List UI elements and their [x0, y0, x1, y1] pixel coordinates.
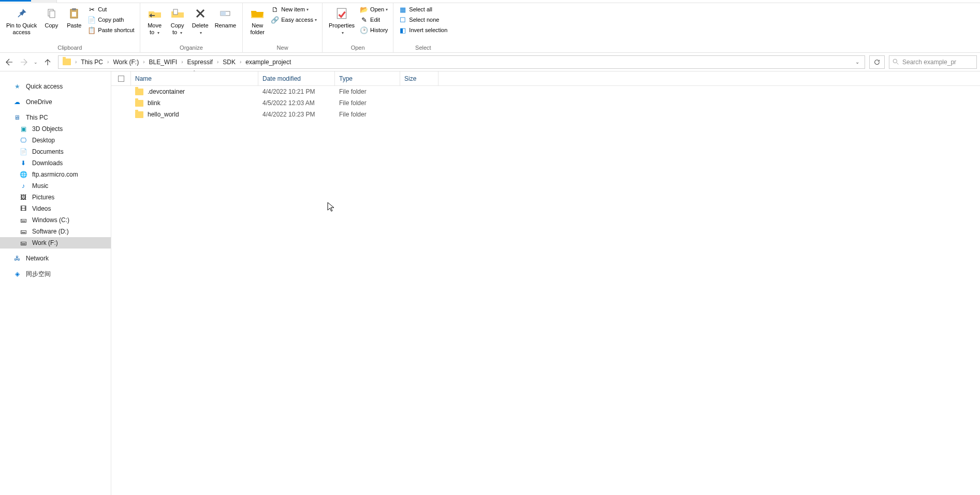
move-to-button[interactable]: Move to ▾ [143, 4, 166, 37]
sidebar-label: ftp.asrmicro.com [32, 171, 78, 178]
sidebar-item-this-pc[interactable]: 🖥 This PC [0, 112, 111, 123]
pin-to-quick-access-button[interactable]: Pin to Quick access [3, 4, 40, 37]
copy-icon [43, 5, 60, 22]
sidebar-item-desktop[interactable]: 🖵 Desktop [0, 135, 111, 146]
svg-rect-7 [221, 11, 226, 16]
documents-icon: 📄 [19, 147, 28, 156]
select-none-button[interactable]: ☐ Select none [397, 14, 449, 25]
column-size-label: Size [404, 75, 416, 82]
breadcrumb-item[interactable]: This PC [79, 59, 105, 66]
rename-icon [217, 5, 233, 22]
forward-button[interactable] [18, 56, 30, 68]
folder-icon [135, 100, 143, 107]
sidebar-item-sync[interactable]: ◈ 同步空间 [0, 268, 111, 280]
back-button[interactable] [3, 56, 16, 68]
copy-path-icon: 📄 [87, 16, 96, 24]
file-date-cell: 4/4/2022 10:23 PM [258, 111, 335, 118]
breadcrumb-item[interactable]: Espressif [185, 59, 215, 66]
copy-to-icon [169, 5, 186, 22]
breadcrumb-item[interactable]: example_project [243, 59, 293, 66]
column-size[interactable]: Size [400, 71, 438, 85]
history-icon: 🕑 [360, 26, 368, 34]
edit-label: Edit [370, 17, 380, 23]
file-name-cell[interactable]: .devcontainer [131, 88, 258, 95]
breadcrumb[interactable]: › This PC › Work (F:) › BLE_WIFI › Espre… [58, 55, 865, 69]
easy-access-button[interactable]: 🔗 Easy access ▾ [269, 14, 319, 25]
breadcrumb-item[interactable]: Work (F:) [111, 59, 141, 66]
sidebar-label: Windows (C:) [32, 216, 69, 224]
properties-button[interactable]: Properties▾ [326, 4, 358, 37]
select-all-checkbox[interactable] [118, 76, 124, 82]
up-button[interactable] [41, 56, 54, 68]
sidebar-item-quick-access[interactable]: ★ Quick access [0, 81, 111, 92]
breadcrumb-sep: › [238, 59, 243, 65]
computer-icon: 🖥 [12, 113, 22, 122]
tab-file-selected[interactable] [0, 0, 31, 2]
copy-path-label: Copy path [98, 17, 124, 23]
search-input[interactable]: Search example_pr [889, 55, 977, 69]
column-name-label: Name [135, 75, 152, 82]
select-all-icon: ▦ [399, 5, 407, 13]
ftp-icon: 🌐 [19, 170, 28, 179]
invert-selection-button[interactable]: ◧ Invert selection [397, 25, 449, 35]
delete-button[interactable]: Delete▾ [189, 4, 212, 37]
column-type[interactable]: Type [335, 71, 400, 85]
properties-icon [333, 5, 350, 22]
file-type-cell: File folder [335, 99, 400, 107]
cloud-icon: ☁ [12, 97, 22, 107]
sidebar-item-videos[interactable]: 🎞 Videos [0, 203, 111, 214]
sidebar-item-music[interactable]: ♪ Music [0, 180, 111, 192]
cut-button[interactable]: ✂ Cut [85, 4, 136, 14]
breadcrumb-sep: › [105, 59, 111, 65]
table-row[interactable]: blink4/5/2022 12:03 AMFile folder [111, 97, 980, 109]
copy-button[interactable]: Copy [40, 4, 63, 30]
sidebar-label: Downloads [32, 159, 63, 167]
sidebar-item-pictures[interactable]: 🖼 Pictures [0, 192, 111, 203]
sidebar-item-windows-c[interactable]: 🖴 Windows (C:) [0, 214, 111, 226]
sidebar-item-work-f[interactable]: 🖴 Work (F:) [0, 237, 111, 249]
edit-button[interactable]: ✎ Edit [358, 14, 390, 25]
new-folder-button[interactable]: New folder [246, 4, 269, 37]
sidebar-label: Network [26, 255, 49, 262]
copy-to-button[interactable]: Copy to ▾ [166, 4, 189, 37]
edit-icon: ✎ [360, 16, 368, 24]
sidebar-label: 3D Objects [32, 125, 63, 133]
column-date[interactable]: Date modified [258, 71, 335, 85]
table-row[interactable]: .devcontainer4/4/2022 10:21 PMFile folde… [111, 86, 980, 97]
new-item-button[interactable]: 🗋 New item ▾ [269, 4, 319, 14]
select-all-button[interactable]: ▦ Select all [397, 4, 449, 14]
paste-shortcut-button[interactable]: 📋 Paste shortcut [85, 25, 136, 35]
column-check[interactable] [111, 71, 131, 85]
sidebar-item-onedrive[interactable]: ☁ OneDrive [0, 96, 111, 108]
select-all-label: Select all [409, 6, 432, 12]
file-list-area: Name ˄ Date modified Type Size .devconta… [111, 71, 980, 495]
table-row[interactable]: hello_world4/4/2022 10:23 PMFile folder [111, 109, 980, 120]
invert-selection-label: Invert selection [409, 27, 447, 33]
recent-dropdown[interactable]: ⌄ [32, 56, 39, 68]
sidebar-item-software-d[interactable]: 🖴 Software (D:) [0, 226, 111, 237]
new-folder-icon [249, 5, 266, 22]
ribbon-group-new: New folder 🗋 New item ▾ 🔗 Easy access ▾ … [243, 3, 323, 53]
rename-button[interactable]: Rename [212, 4, 240, 30]
history-label: History [370, 27, 388, 33]
breadcrumb-item[interactable]: SDK [221, 59, 238, 66]
sidebar-item-ftp[interactable]: 🌐 ftp.asrmicro.com [0, 169, 111, 180]
file-name-cell[interactable]: hello_world [131, 111, 258, 118]
copy-path-button[interactable]: 📄 Copy path [85, 14, 136, 25]
paste-button[interactable]: Paste [63, 4, 85, 30]
file-date-cell: 4/5/2022 12:03 AM [258, 99, 335, 107]
sidebar-item-3d-objects[interactable]: ▣ 3D Objects [0, 123, 111, 135]
breadcrumb-dropdown[interactable]: ⌄ [852, 59, 862, 65]
history-button[interactable]: 🕑 History [358, 25, 390, 35]
folder-icon [135, 111, 143, 118]
paste-icon [66, 5, 82, 22]
file-name-cell[interactable]: blink [131, 99, 258, 107]
breadcrumb-sep: › [73, 59, 79, 65]
sidebar-item-documents[interactable]: 📄 Documents [0, 146, 111, 157]
open-button[interactable]: 📂 Open ▾ [358, 4, 390, 14]
column-name[interactable]: Name ˄ [131, 71, 258, 85]
sidebar-item-network[interactable]: 🖧 Network [0, 253, 111, 264]
breadcrumb-item[interactable]: BLE_WIFI [147, 59, 180, 66]
refresh-button[interactable] [869, 55, 885, 69]
sidebar-item-downloads[interactable]: ⬇ Downloads [0, 157, 111, 169]
